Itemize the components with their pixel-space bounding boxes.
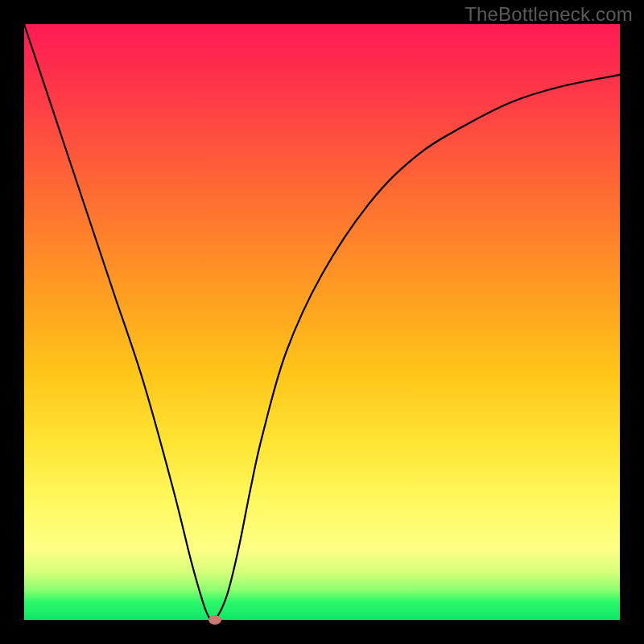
curve-svg xyxy=(24,24,620,620)
bottleneck-marker-icon xyxy=(208,615,221,625)
bottleneck-curve xyxy=(24,24,620,621)
plot-area xyxy=(24,24,620,620)
chart-frame: TheBottleneck.com xyxy=(0,0,644,644)
watermark-text: TheBottleneck.com xyxy=(464,3,633,26)
